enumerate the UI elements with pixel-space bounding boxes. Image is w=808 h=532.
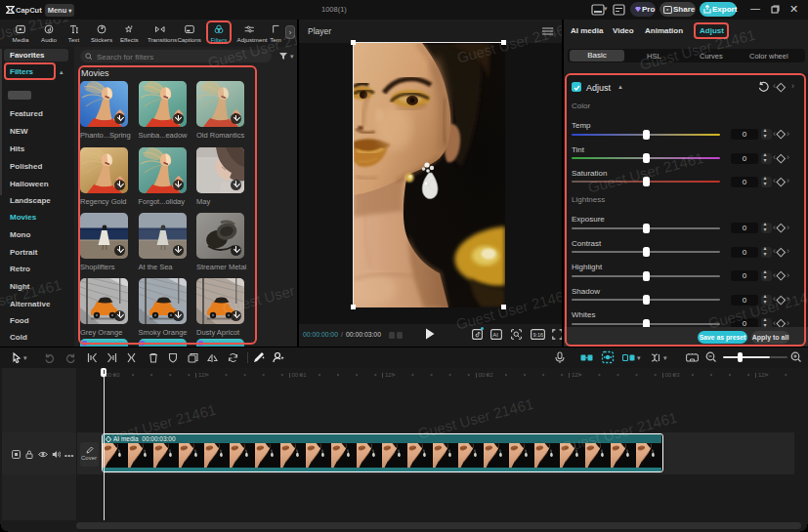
- svg-text:9:16: 9:16: [532, 332, 543, 338]
- svg-text:AI: AI: [492, 332, 498, 338]
